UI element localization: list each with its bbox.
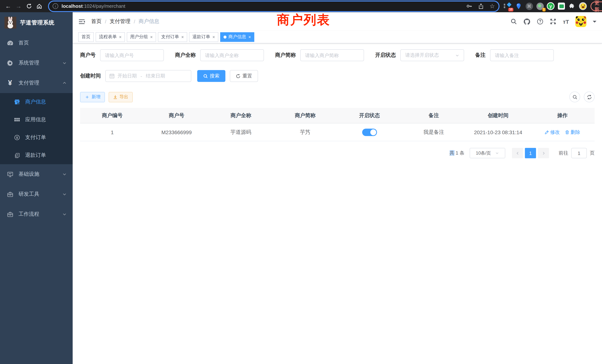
sidebar-item-refund-order[interactable]: 退款订单 bbox=[0, 146, 73, 164]
password-key-icon[interactable] bbox=[466, 3, 472, 9]
close-icon[interactable]: × bbox=[248, 34, 251, 40]
edit-link[interactable]: 修改 bbox=[545, 129, 560, 136]
extension-pin-icon[interactable] bbox=[515, 2, 522, 10]
column-header: 备注 bbox=[402, 112, 466, 119]
toolbar: ＋ 新增 导出 bbox=[80, 92, 595, 102]
extensions-puzzle-button[interactable] bbox=[568, 2, 576, 10]
site-info-icon[interactable]: i bbox=[53, 3, 58, 9]
delete-link[interactable]: 删除 bbox=[565, 129, 580, 136]
cell-id: 1 bbox=[80, 129, 144, 135]
browser-forward-button[interactable]: → bbox=[13, 1, 24, 11]
fullscreen-icon[interactable] bbox=[550, 18, 557, 25]
field-label: 商户号 bbox=[80, 52, 100, 59]
url-bar[interactable]: i localhost:1024/pay/merchant ☆ bbox=[49, 1, 499, 11]
sidebar-item-system[interactable]: 系统管理 bbox=[0, 53, 73, 73]
active-dot-icon bbox=[224, 35, 226, 38]
github-icon[interactable] bbox=[524, 18, 531, 25]
pikachu-avatar-image bbox=[575, 16, 586, 27]
show-search-toggle-button[interactable] bbox=[569, 92, 580, 102]
sidebar-item-workflow[interactable]: 工作流程 bbox=[0, 204, 73, 224]
yen-circle-icon bbox=[14, 135, 20, 140]
sidebar-item-app-info[interactable]: 应用信息 bbox=[0, 111, 73, 129]
avatar-caret-icon[interactable] bbox=[593, 21, 596, 24]
end-date-placeholder[interactable]: 结束日期 bbox=[146, 73, 165, 79]
sidebar-item-home[interactable]: 首页 bbox=[0, 33, 73, 53]
filter-row-1: 商户号 商户全称 商户简称 bbox=[80, 49, 595, 61]
extension-chat-icon[interactable] bbox=[558, 2, 565, 10]
page-content: 商户号 商户全称 商户简称 bbox=[73, 43, 602, 364]
tab-refund-order[interactable]: 退款订单× bbox=[189, 32, 218, 42]
page-annotation-title: 商户列表 bbox=[277, 11, 330, 29]
status-select[interactable]: 请选择开启状态 bbox=[400, 49, 464, 61]
export-button[interactable]: 导出 bbox=[109, 92, 133, 102]
close-icon[interactable]: × bbox=[150, 34, 153, 40]
column-header: 操作 bbox=[530, 112, 595, 119]
sidebar-item-pay[interactable]: ¥ 支付管理 bbox=[0, 73, 73, 93]
add-button[interactable]: ＋ 新增 bbox=[80, 92, 105, 102]
page-size-select[interactable]: 10条/页 bbox=[470, 148, 505, 158]
tab-home[interactable]: 首页 bbox=[78, 32, 94, 42]
tags-view-bar: 首页 流程表单× 用户分组× 支付订单× 退款订单× 商户信息× bbox=[73, 31, 602, 43]
navbar: 首页 / 支付管理 / 商户信息 bbox=[73, 12, 602, 31]
sidebar-logo[interactable]: 芋道管理系统 bbox=[0, 12, 73, 33]
tab-process-form[interactable]: 流程表单× bbox=[96, 32, 125, 42]
toolbox-icon bbox=[7, 191, 13, 197]
cell-short-name: 芋艿 bbox=[273, 129, 337, 136]
status-toggle[interactable] bbox=[362, 128, 377, 136]
column-header: 商户简称 bbox=[273, 112, 337, 119]
breadcrumb-pay[interactable]: 支付管理 bbox=[110, 18, 130, 25]
extension-y-icon[interactable]: y bbox=[547, 2, 555, 10]
tab-merchant-info[interactable]: 商户信息× bbox=[220, 32, 254, 42]
goto-page-input[interactable] bbox=[571, 148, 587, 158]
tab-pay-order[interactable]: 支付订单× bbox=[158, 32, 187, 42]
short-name-input[interactable] bbox=[300, 49, 364, 61]
chevron-down-icon bbox=[495, 151, 499, 155]
close-icon[interactable]: × bbox=[212, 34, 215, 40]
extension-status-icon[interactable]: 1 bbox=[536, 2, 544, 10]
extensions-area: 10 ⌘ 1 y bbox=[504, 2, 587, 10]
help-icon[interactable] bbox=[537, 18, 544, 25]
merchant-no-input[interactable] bbox=[100, 49, 164, 61]
extension-sidebar-diamond-icon[interactable]: 10 bbox=[504, 2, 512, 10]
bookmark-star-icon[interactable]: ☆ bbox=[490, 3, 495, 10]
create-time-range-picker[interactable]: 开始日期 - 结束日期 bbox=[105, 70, 191, 82]
app-title: 芋道管理系统 bbox=[20, 19, 54, 26]
browser-home-button[interactable] bbox=[34, 1, 44, 11]
close-icon[interactable]: × bbox=[181, 34, 184, 40]
url-text: localhost:1024/pay/merchant bbox=[62, 3, 125, 9]
reset-button[interactable]: 重置 bbox=[230, 70, 258, 82]
close-icon[interactable]: × bbox=[119, 34, 122, 40]
home-icon bbox=[36, 3, 42, 9]
full-name-input[interactable] bbox=[200, 49, 264, 61]
browser-back-button[interactable]: ← bbox=[3, 1, 13, 11]
column-header: 商户编号 bbox=[80, 112, 144, 119]
sidebar-collapse-button[interactable] bbox=[78, 18, 85, 25]
update-label: 更新 bbox=[595, 0, 599, 13]
next-page-button[interactable] bbox=[538, 148, 549, 158]
browser-update-button[interactable]: 更新 bbox=[591, 1, 602, 11]
prev-page-button[interactable] bbox=[512, 148, 523, 158]
tab-user-group[interactable]: 用户分组× bbox=[127, 32, 156, 42]
header-search-button[interactable] bbox=[511, 18, 517, 25]
breadcrumb-home[interactable]: 首页 bbox=[91, 18, 102, 25]
field-label: 备注 bbox=[475, 52, 490, 59]
user-avatar[interactable] bbox=[575, 16, 586, 27]
browser-profile-avatar[interactable] bbox=[579, 2, 587, 10]
browser-reload-button[interactable] bbox=[24, 1, 34, 11]
sidebar-item-merchant-info[interactable]: 商户信息 bbox=[0, 93, 73, 111]
yen-icon: ¥ bbox=[7, 79, 13, 87]
sidebar-item-pay-order[interactable]: 支付订单 bbox=[0, 129, 73, 146]
sidebar-item-infra[interactable]: 基础设施 bbox=[0, 164, 73, 184]
table-header-row: 商户编号 商户号 商户全称 商户简称 开启状态 备注 创建时间 操作 bbox=[80, 108, 595, 123]
search-button[interactable]: 搜索 bbox=[197, 70, 225, 82]
reload-icon bbox=[26, 3, 32, 9]
share-icon[interactable] bbox=[478, 3, 484, 9]
extension-command-icon[interactable]: ⌘ bbox=[525, 2, 533, 10]
grid-icon bbox=[14, 117, 20, 123]
remark-input[interactable] bbox=[490, 49, 554, 61]
refresh-table-button[interactable] bbox=[584, 92, 595, 102]
sidebar-item-devtools[interactable]: 研发工具 bbox=[0, 184, 73, 204]
page-1-button[interactable]: 1 bbox=[525, 148, 536, 158]
font-size-icon[interactable]: тT bbox=[563, 18, 569, 25]
start-date-placeholder[interactable]: 开始日期 bbox=[118, 73, 137, 79]
